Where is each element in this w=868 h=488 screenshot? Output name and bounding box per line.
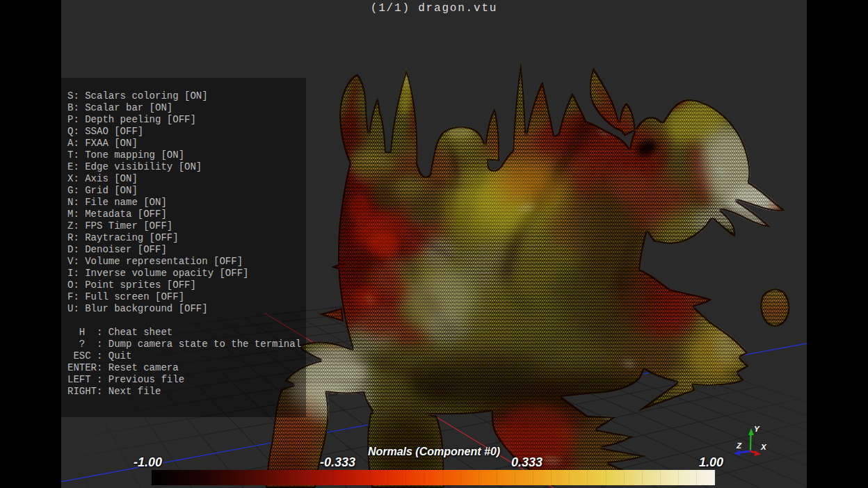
svg-text:Z: Z [736,441,742,450]
svg-text:X: X [760,443,767,451]
svg-text:Y: Y [754,425,760,433]
